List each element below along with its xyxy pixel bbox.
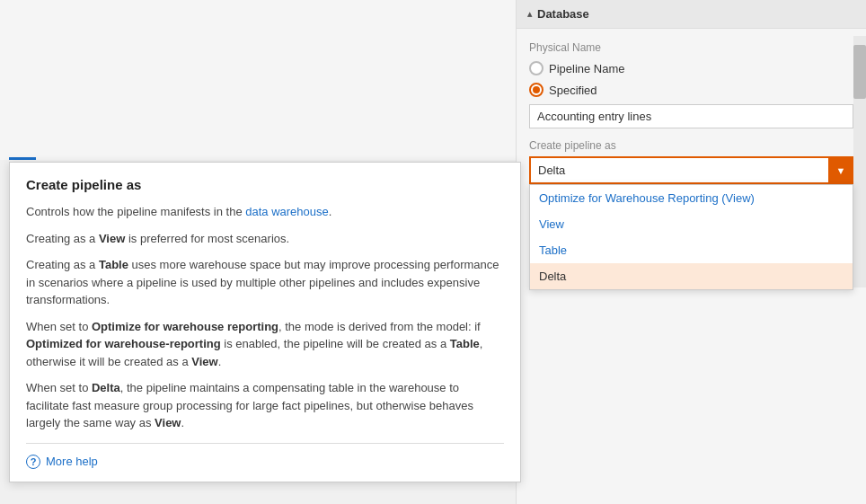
scrollbar-track[interactable] (853, 36, 866, 287)
create-pipeline-select-value[interactable]: Delta (529, 156, 853, 184)
radio-specified-label: Specified (549, 84, 596, 97)
link-warehouse: data warehouse (245, 205, 329, 218)
create-pipeline-label: Create pipeline as (529, 139, 853, 152)
more-help-label: More help (46, 455, 98, 468)
radio-pipeline-name-circle[interactable] (529, 61, 543, 75)
radio-specified-circle[interactable] (529, 83, 543, 97)
physical-name-label: Physical Name (529, 41, 853, 54)
database-panel-body: Physical Name Pipeline Name Specified Cr… (517, 29, 866, 184)
help-para-4: When set to Optimize for warehouse repor… (26, 318, 504, 371)
scrollbar-thumb[interactable] (853, 45, 866, 99)
help-title: Create pipeline as (26, 177, 504, 192)
create-pipeline-select-container[interactable]: Delta ▼ Optimize for Warehouse Reporting… (529, 156, 853, 184)
physical-name-input[interactable] (529, 104, 853, 128)
collapse-icon: ▴ (527, 9, 532, 19)
option-delta[interactable]: Delta (530, 263, 853, 289)
help-para-2: Creating as a View is preferred for most… (26, 230, 504, 248)
right-panel: ▴ Database Physical Name Pipeline Name S… (516, 0, 866, 504)
option-optimize[interactable]: Optimize for Warehouse Reporting (View) (530, 185, 853, 211)
more-help-button[interactable]: ? More help (26, 455, 504, 469)
help-panel: Create pipeline as Controls how the pipe… (9, 162, 521, 482)
radio-specified-row[interactable]: Specified (529, 83, 853, 97)
radio-pipeline-name-label: Pipeline Name (549, 62, 625, 75)
database-section-header[interactable]: ▴ Database (517, 0, 866, 29)
active-indicator (9, 157, 36, 160)
option-view[interactable]: View (530, 211, 853, 237)
help-para-3: Creating as a Table uses more warehouse … (26, 256, 504, 309)
help-icon: ? (26, 455, 40, 469)
radio-pipeline-name-row[interactable]: Pipeline Name (529, 61, 853, 75)
option-table[interactable]: Table (530, 237, 853, 263)
help-divider (26, 443, 504, 444)
dropdown-options-list: Optimize for Warehouse Reporting (View) … (529, 184, 853, 290)
help-para-5: When set to Delta, the pipeline maintain… (26, 379, 504, 432)
database-header-label: Database (537, 7, 589, 21)
help-para-1: Controls how the pipeline manifests in t… (26, 203, 504, 221)
left-background (0, 0, 516, 160)
